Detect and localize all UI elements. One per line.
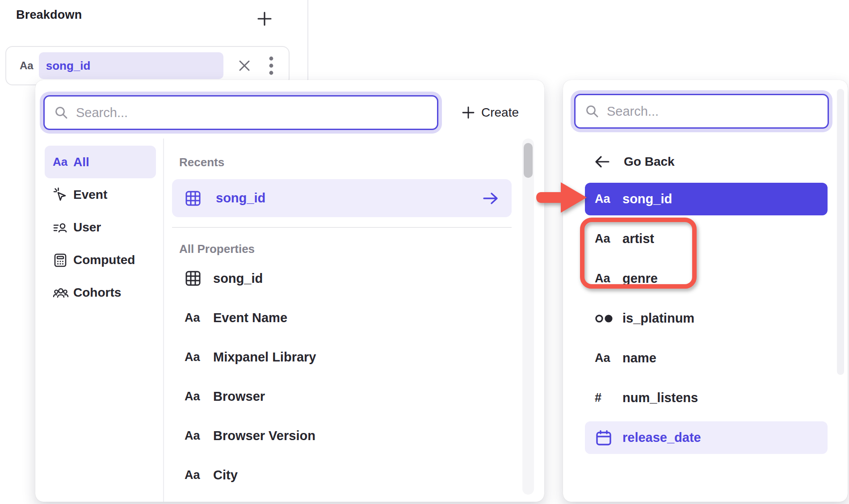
breakdown-title: Breakdown xyxy=(16,8,82,22)
people-icon xyxy=(53,285,73,300)
kebab-icon xyxy=(269,56,273,76)
text-icon: Aa xyxy=(595,232,622,246)
plus-icon xyxy=(462,106,475,119)
text-icon: Aa xyxy=(185,468,213,482)
category-sidebar: Aa All Event xyxy=(35,139,163,309)
text-icon: Aa xyxy=(185,350,213,364)
click-cursor-icon xyxy=(53,187,73,202)
category-cohorts[interactable]: Cohorts xyxy=(45,276,156,309)
remove-breakdown-button[interactable] xyxy=(236,57,253,75)
scrollbar-track[interactable] xyxy=(837,89,844,375)
search-input[interactable] xyxy=(607,95,828,127)
boolean-icon xyxy=(595,313,622,324)
arrow-right-icon[interactable] xyxy=(482,191,499,206)
property-row-mixpanel-library[interactable]: Aa Mixpanel Library xyxy=(172,337,512,377)
property-picker-screen: Breakdown Aa song_id xyxy=(0,0,849,504)
property-row-event-name[interactable]: Aa Event Name xyxy=(172,298,512,337)
recent-item-song-id[interactable]: song_id xyxy=(172,179,512,217)
sub-property-row-num-listens[interactable]: # num_listens xyxy=(585,382,828,414)
sub-property-list: Aa song_id Aa artist Aa genre is_platinu… xyxy=(585,183,828,454)
list-divider xyxy=(172,227,512,228)
search-input[interactable] xyxy=(76,97,437,129)
scrollbar-track[interactable] xyxy=(522,139,534,495)
property-search[interactable] xyxy=(43,95,438,130)
category-user[interactable]: User xyxy=(45,211,156,244)
close-icon xyxy=(238,59,251,72)
calendar-icon xyxy=(595,429,622,447)
create-property-button[interactable]: Create xyxy=(462,105,519,120)
sub-property-search[interactable] xyxy=(574,94,829,129)
scrollbar-thumb[interactable] xyxy=(524,143,533,178)
text-type-icon: Aa xyxy=(20,59,34,72)
text-icon: Aa xyxy=(185,429,213,443)
text-icon: Aa xyxy=(595,351,622,365)
text-icon: Aa xyxy=(185,390,213,403)
create-button-label: Create xyxy=(481,105,519,120)
category-computed[interactable]: Computed xyxy=(45,244,156,276)
text-icon: Aa xyxy=(595,272,622,286)
search-icon xyxy=(585,105,599,118)
sub-property-row-artist[interactable]: Aa artist xyxy=(585,223,828,255)
table-icon xyxy=(185,270,213,287)
calculator-icon xyxy=(53,252,73,268)
go-back-label: Go Back xyxy=(624,155,675,169)
all-properties-header: All Properties xyxy=(179,242,512,256)
breakdown-chip[interactable]: Aa song_id xyxy=(5,46,290,85)
property-row-browser-version[interactable]: Aa Browser Version xyxy=(172,416,512,455)
property-picker-panel: Create Aa All Event xyxy=(35,80,544,502)
sub-property-row-song-id[interactable]: Aa song_id xyxy=(585,183,828,215)
recent-item-label: song_id xyxy=(216,191,482,206)
text-icon: Aa xyxy=(595,192,622,206)
text-icon: Aa xyxy=(185,311,213,325)
recents-header: Recents xyxy=(179,155,512,169)
category-event[interactable]: Event xyxy=(45,178,156,211)
arrow-left-icon xyxy=(594,155,610,168)
breakdown-chip-value[interactable]: song_id xyxy=(39,52,223,79)
property-list: Recents song_id All Properties xyxy=(163,139,544,502)
category-all[interactable]: Aa All xyxy=(45,146,156,178)
table-icon xyxy=(185,190,202,207)
chip-value-label: song_id xyxy=(46,59,91,73)
breakdown-menu-button[interactable] xyxy=(264,57,279,75)
sub-property-row-is-platinum[interactable]: is_platinum xyxy=(585,302,828,335)
add-breakdown-button[interactable] xyxy=(256,10,273,28)
user-list-icon xyxy=(53,220,73,235)
number-icon: # xyxy=(595,391,622,405)
property-row-browser[interactable]: Aa Browser xyxy=(172,377,512,416)
plus-icon xyxy=(257,11,272,26)
sub-property-row-name[interactable]: Aa name xyxy=(585,342,828,374)
search-icon xyxy=(55,106,68,119)
property-row-song-id[interactable]: song_id xyxy=(172,259,512,298)
sub-property-row-release-date[interactable]: release_date xyxy=(585,421,828,454)
go-back-button[interactable]: Go Back xyxy=(594,153,848,171)
sub-property-row-genre[interactable]: Aa genre xyxy=(585,262,828,295)
property-row-city[interactable]: Aa City xyxy=(172,455,512,495)
column-divider xyxy=(307,0,308,80)
sub-property-picker-panel: Go Back Aa song_id Aa artist Aa genre xyxy=(563,80,848,502)
text-icon: Aa xyxy=(53,155,73,169)
